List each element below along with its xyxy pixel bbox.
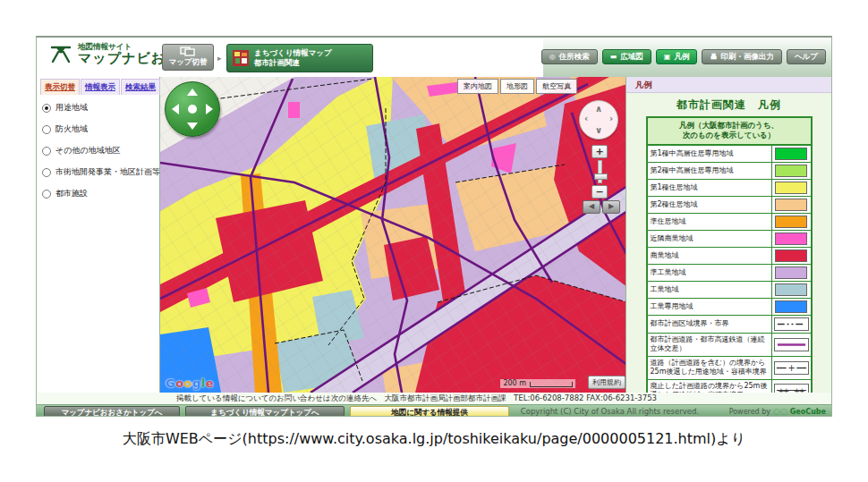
map-type-button[interactable]: 航空写真 — [536, 79, 577, 94]
zoom-in-button[interactable]: + — [591, 145, 608, 158]
legend-panel: 凡例 都市計画関連 凡例 凡例（大阪都市計画のうち、 次のものを表示している） … — [625, 77, 831, 393]
chevron-right-icon[interactable]: › — [609, 114, 613, 123]
radio-icon[interactable] — [42, 147, 51, 156]
pan-down-icon[interactable] — [187, 123, 198, 130]
radio-icon[interactable] — [42, 104, 51, 113]
map-feedback-button[interactable]: 地図に関する情報提供 — [350, 406, 509, 417]
legend-color-swatch — [775, 300, 807, 313]
pan-center-icon[interactable] — [188, 105, 197, 114]
legend-row: 第1種住居地域 — [648, 179, 811, 196]
legend-button[interactable]: ▣ 凡例 — [656, 49, 698, 64]
zoom-slider[interactable] — [598, 160, 602, 183]
legend-row-swatch-cell — [771, 214, 811, 230]
radio-icon[interactable] — [42, 190, 51, 199]
legend-color-swatch — [775, 165, 807, 177]
legend-row: 商業地域 — [648, 247, 811, 264]
sidebar: 表示切替情報表示検索結果 用途地域防火地域その他の地域地区市街地開発事業・地区計… — [37, 77, 160, 393]
legend-row-swatch-cell — [771, 197, 811, 213]
legend-color-swatch — [775, 216, 807, 228]
legend-row-label: 近隣商業地域 — [648, 231, 771, 247]
legend-color-swatch — [775, 283, 807, 296]
legend-row-label: 都市計画道路・都市高速鉄道（連続立体交差） — [648, 334, 771, 356]
current-map-button[interactable]: まちづくり情報マップ 都市計画関連 — [226, 44, 373, 72]
geocube-logo-icon: ◌◌ — [773, 407, 787, 416]
radio-option[interactable]: 市街地開発事業・地区計画等 — [42, 166, 156, 178]
legend-row: 工業専用地域 — [648, 298, 811, 315]
sidebar-tab[interactable]: 表示切替 — [40, 79, 80, 95]
scale-bracket — [530, 382, 573, 387]
back-arrow-button[interactable]: ◀ — [583, 200, 600, 214]
chevron-down-icon[interactable]: ∨ — [595, 126, 602, 135]
history-navigation: ◀ ▶ — [583, 200, 620, 214]
legend-row-label: 第2種住居地域 — [648, 197, 771, 213]
map-type-button[interactable]: 地形図 — [500, 79, 534, 94]
legend-color-swatch — [775, 233, 807, 245]
legend-row-swatch-cell — [771, 282, 811, 298]
legend-row-label: 準工業地域 — [648, 265, 771, 281]
city-plan-map-canvas[interactable] — [160, 77, 627, 393]
header: 地図情報サイト マップナビおおさか マップ切替 ▸ まちづくり情報マップ 都 — [37, 38, 831, 78]
target-icon: ◎ — [549, 54, 556, 61]
help-button[interactable]: ヘルプ — [787, 49, 826, 64]
legend-row-label: 道路（計画道路を含む）の境界から25m後退した用途地域・容積率境界 — [648, 357, 771, 379]
radio-option-label: 防火地域 — [55, 123, 88, 135]
legend-color-swatch — [775, 266, 807, 279]
map-switch-button[interactable]: マップ切替 — [162, 44, 214, 71]
machizukuri-map-thumbnail-icon — [233, 50, 249, 66]
map-pan-control[interactable]: ∧ ∨ ‹ › — [579, 100, 618, 140]
forward-arrow-button[interactable]: ▶ — [602, 200, 620, 214]
current-map-name: まちづくり情報マップ — [254, 48, 332, 58]
radio-option[interactable]: 用途地域 — [42, 102, 156, 114]
pan-right-icon[interactable] — [206, 104, 213, 114]
zoom-slider-handle[interactable] — [594, 173, 608, 180]
map-scale: 200 m — [500, 379, 575, 388]
printer-icon: 🖶 — [710, 54, 717, 61]
legend-row-label: 第1種住居地域 — [648, 180, 771, 196]
pan-up-icon[interactable] — [187, 89, 198, 96]
svg-text:+: + — [787, 363, 795, 373]
legend-row-swatch-cell — [771, 334, 811, 356]
address-search-button[interactable]: ◎ 住所検索 — [541, 49, 598, 64]
print-output-button[interactable]: 🖶 印刷・画像出力 — [702, 49, 782, 64]
legend-line-swatch — [774, 338, 809, 351]
sidebar-tabs: 表示切替情報表示検索結果 — [37, 77, 159, 95]
zoom-out-button[interactable]: − — [591, 185, 608, 199]
map-switch-icon — [180, 47, 196, 56]
mapnavi-logo-icon — [49, 43, 72, 66]
machimap-top-button[interactable]: まちづくり情報マップトップへ — [185, 406, 345, 417]
legend-row: 道路（計画道路を含む）の境界から25m後退した用途地域・容積率境界+ — [648, 356, 811, 379]
legend-row-label: 工業専用地域 — [648, 299, 771, 315]
image-caption: 大阪市WEBページ(https://www.city.osaka.lg.jp/t… — [0, 430, 868, 449]
terms-of-use-link[interactable]: 利用規約 — [588, 376, 625, 389]
radio-option[interactable]: 都市施設 — [42, 188, 156, 199]
sidebar-tab[interactable]: 検索結果 — [121, 79, 160, 95]
wide-area-map-button[interactable]: ▬ 広域図 — [602, 49, 651, 64]
map-type-buttons: 案内地図地形図航空写真 — [455, 79, 577, 94]
radio-icon[interactable] — [42, 168, 51, 177]
radio-option[interactable]: その他の地域地区 — [42, 145, 156, 156]
pan-left-icon[interactable] — [172, 104, 179, 114]
legend-row-swatch-cell — [771, 231, 811, 247]
mapnavi-top-button[interactable]: マップナビおおさかトップへ — [44, 406, 180, 417]
radio-icon[interactable] — [42, 125, 51, 134]
powered-by-brand: GeoCube — [790, 408, 826, 416]
arrow-separator-icon: ▸ — [217, 54, 222, 63]
legend-row-label: 商業地域 — [648, 248, 771, 264]
chevron-up-icon[interactable]: ∧ — [595, 105, 602, 114]
legend-row: 第2種中高層住居専用地域 — [648, 162, 811, 179]
current-map-category: 都市計画関連 — [254, 58, 332, 68]
legend-rows: 第1種中高層住居専用地域第2種中高層住居専用地域第1種住居地域第2種住居地域準住… — [648, 146, 811, 402]
chevron-left-icon[interactable]: ‹ — [584, 114, 588, 123]
map-type-button[interactable]: 案内地図 — [457, 79, 498, 94]
legend-panel-header: 凡例 — [626, 77, 831, 93]
legend-row-label: 第1種中高層住居専用地域 — [648, 146, 771, 162]
map-pan-compass[interactable] — [165, 81, 220, 137]
legend-row: 都市計画区域境界・市界 — [648, 315, 811, 333]
radio-option[interactable]: 防火地域 — [42, 123, 156, 135]
legend-line-swatch: + — [774, 361, 809, 375]
legend-row: 準工業地域 — [648, 264, 811, 281]
sidebar-tab[interactable]: 情報表示 — [81, 79, 120, 95]
google-logo: Google — [166, 376, 214, 390]
legend-row-swatch-cell — [771, 316, 811, 333]
contact-info-text: 掲載している情報についてのお問い合わせは次の連絡先へ 大阪市都市計画局計画部都市… — [37, 393, 831, 404]
